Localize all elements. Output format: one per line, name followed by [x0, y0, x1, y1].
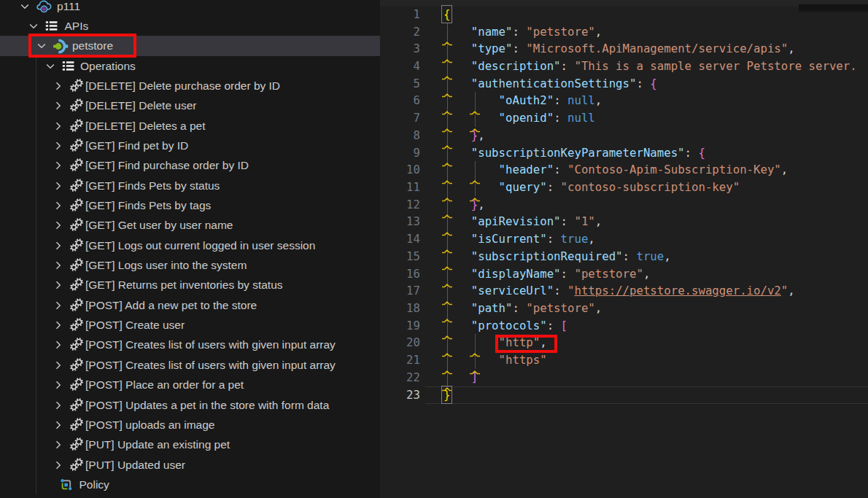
code-token: "isCurrent": [471, 232, 547, 246]
code-line-10[interactable]: "header": "Contoso-Apim-Subscription-Key…: [443, 161, 788, 179]
chevron-down-icon[interactable]: [28, 20, 39, 32]
chevron-down-icon[interactable]: [44, 61, 56, 72]
line-number: 21: [387, 351, 420, 369]
tree-item-label: [GET] Logs out current logged in user se…: [85, 239, 315, 252]
code-line-17[interactable]: "serviceUrl": "https://petstore.swagger.…: [443, 282, 795, 300]
code-token: "authenticationSettings": [471, 77, 637, 90]
tree-item-post-creates-list-of-users-with-given-input-array[interactable]: [POST] Creates list of users with given …: [0, 355, 380, 376]
code-token: "This is a sample server Petstore server…: [574, 59, 868, 73]
editor-pane[interactable]: 1{2 "name": "petstore",3 "type": "Micros…: [380, 0, 868, 498]
tree-item-p111[interactable]: p111: [0, 0, 380, 17]
code-line-1[interactable]: {: [443, 6, 450, 23]
tree-item-post-place-an-order-for-a-pet[interactable]: [POST] Place an order for a pet: [0, 375, 380, 395]
code-token: [443, 319, 471, 332]
code-token: [443, 198, 471, 211]
chevron-right-icon[interactable]: [53, 339, 64, 351]
chevron-right-icon[interactable]: [53, 240, 64, 252]
code-token: :: [512, 301, 526, 315]
code-line-3[interactable]: "type": "Microsoft.ApiManagement/service…: [443, 40, 795, 58]
tree-item-label: APIs: [65, 20, 89, 33]
list-icon: [61, 59, 76, 74]
tree-item-post-updates-a-pet-in-the-store-with-form-data[interactable]: [POST] Updates a pet in the store with f…: [0, 395, 380, 416]
tree-item-post-add-a-new-pet-to-the-store[interactable]: [POST] Add a new pet to the store: [0, 295, 380, 316]
chevron-right-icon[interactable]: [53, 439, 64, 451]
tree-item-get-find-pet-by-id[interactable]: [GET] Find pet by ID: [0, 136, 380, 156]
line-number: 11: [387, 179, 420, 196]
code-line-22[interactable]: ]: [443, 369, 478, 386]
chevron-right-icon[interactable]: [53, 260, 64, 271]
code-line-12[interactable]: },: [443, 196, 485, 214]
code-line-16[interactable]: "displayName": "petstore",: [443, 265, 650, 283]
tree-item-put-updated-user[interactable]: [PUT] Updated user: [0, 455, 380, 475]
code-line-14[interactable]: "isCurrent": true,: [443, 230, 595, 248]
chevron-right-icon[interactable]: [53, 419, 64, 431]
chevron-down-icon[interactable]: [19, 1, 31, 12]
tree-item-get-find-purchase-order-by-id[interactable]: [GET] Find purchase order by ID: [0, 155, 380, 176]
tree-item-label: [POST] Create user: [85, 319, 185, 332]
chevron-right-icon[interactable]: [53, 200, 64, 211]
tree-item-post-create-user[interactable]: [POST] Create user: [0, 315, 380, 335]
chevron-right-icon[interactable]: [53, 219, 64, 231]
tab-bar-shadow: [799, 9, 868, 13]
chevron-right-icon[interactable]: [53, 319, 64, 331]
chevron-right-icon[interactable]: [53, 160, 64, 171]
code-line-6[interactable]: "oAuth2": null,: [443, 92, 602, 109]
code-line-11[interactable]: "query": "contoso-subscription-key": [443, 179, 740, 196]
chevron-right-icon[interactable]: [53, 279, 64, 291]
code-line-4[interactable]: "description": "This is a sample server …: [443, 58, 868, 75]
tree-item-get-finds-pets-by-tags[interactable]: [GET] Finds Pets by tags: [0, 195, 380, 216]
code-line-19[interactable]: "protocols": [: [443, 317, 567, 335]
line-number: 2: [387, 23, 420, 41]
gears-icon: [70, 418, 85, 432]
code-token: null: [567, 93, 595, 107]
chevron-right-icon[interactable]: [53, 459, 64, 471]
code-line-5[interactable]: "authenticationSettings": {: [443, 75, 657, 93]
tree-item-get-logs-out-current-logged-in-user-session[interactable]: [GET] Logs out current logged in user se…: [0, 236, 380, 256]
tree-item-policy[interactable]: Policy: [0, 475, 380, 495]
chevron-right-icon[interactable]: [53, 180, 64, 192]
code-token: ,: [664, 249, 670, 263]
tree-item-get-finds-pets-by-status[interactable]: [GET] Finds Pets by status: [0, 176, 380, 196]
tree-item-get-get-user-by-user-name[interactable]: [GET] Get user by user name: [0, 215, 380, 236]
tree-item-post-uploads-an-image[interactable]: [POST] uploads an image: [0, 415, 380, 435]
chevron-right-icon[interactable]: [53, 379, 64, 391]
chevron-right-icon[interactable]: [53, 140, 64, 152]
line-number: 18: [387, 300, 420, 317]
code-line-21[interactable]: "https": [443, 351, 547, 369]
code-line-15[interactable]: "subscriptionRequired": true,: [443, 248, 671, 265]
gears-icon: [70, 179, 85, 193]
chevron-right-icon[interactable]: [53, 80, 64, 92]
code-line-8[interactable]: },: [443, 127, 485, 144]
tree-item-post-creates-list-of-users-with-given-input-array[interactable]: [POST] Creates list of users with given …: [0, 335, 380, 355]
code-line-2[interactable]: "name": "petstore",: [443, 23, 602, 41]
chevron-right-icon[interactable]: [53, 300, 64, 311]
chevron-right-icon[interactable]: [53, 359, 64, 371]
tree-item-operations[interactable]: Operations: [0, 56, 380, 77]
chevron-right-icon[interactable]: [53, 120, 64, 132]
code-token: [443, 267, 471, 281]
tree-item-put-update-an-existing-pet[interactable]: [PUT] Update an existing pet: [0, 435, 380, 455]
code-line-18[interactable]: "path": "petstore",: [443, 300, 602, 317]
code-line-9[interactable]: "subscriptionKeyParameterNames": {: [443, 144, 705, 162]
tree-item-delete-delete-purchase-order-by-id[interactable]: [DELETE] Delete purchase order by ID: [0, 76, 380, 96]
code-token: [443, 25, 471, 39]
code-line-7[interactable]: "openid": null: [443, 109, 595, 127]
tree-item-label: [POST] Updates a pet in the store with f…: [85, 399, 329, 412]
tree-item-label: [POST] Place an order for a pet: [85, 378, 244, 392]
code-token: "displayName": [471, 267, 561, 281]
tree-item-label: Policy: [80, 478, 109, 491]
code-token: [443, 93, 499, 107]
line-number: 19: [387, 317, 420, 335]
line-number: 6: [387, 92, 420, 109]
code-line-13[interactable]: "apiRevision": "1",: [443, 213, 602, 230]
tree-item-delete-delete-user[interactable]: [DELETE] Delete user: [0, 96, 380, 116]
chevron-right-icon[interactable]: [53, 100, 64, 112]
chevron-right-icon[interactable]: [53, 400, 64, 411]
tree-item-get-logs-user-into-the-system[interactable]: [GET] Logs user into the system: [0, 255, 380, 276]
gears-icon: [70, 378, 85, 392]
code-token: {: [698, 146, 705, 160]
code-line-23[interactable]: }: [443, 386, 450, 404]
code-token: true: [636, 249, 664, 263]
tree-item-delete-deletes-a-pet[interactable]: [DELETE] Deletes a pet: [0, 116, 380, 136]
tree-item-get-returns-pet-inventories-by-status[interactable]: [GET] Returns pet inventories by status: [0, 275, 380, 295]
